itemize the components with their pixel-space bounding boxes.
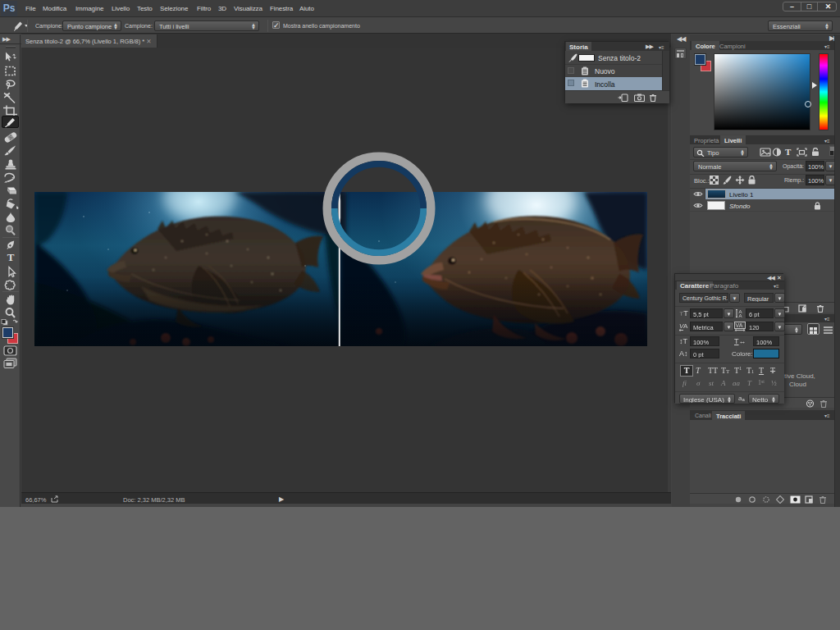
svg-text:A: A <box>739 313 742 318</box>
svg-text:A: A <box>683 322 688 330</box>
svg-text:VA: VA <box>736 322 743 328</box>
